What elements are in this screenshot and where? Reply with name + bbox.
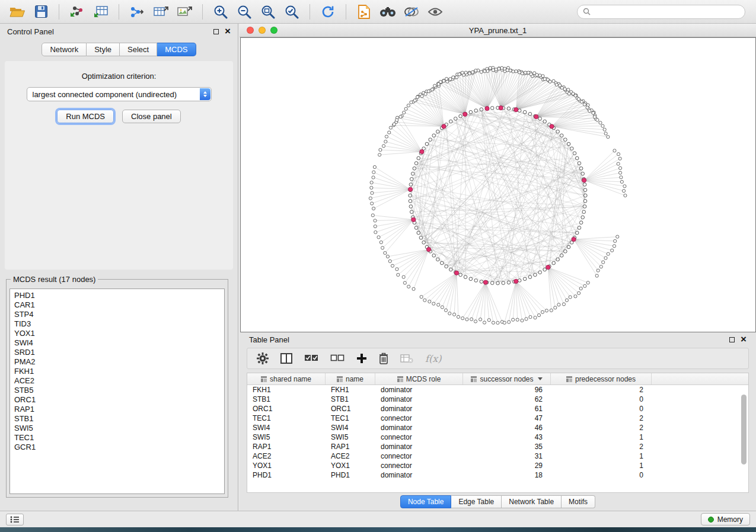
search-input[interactable] — [594, 8, 739, 16]
mcds-result-item[interactable]: SWI4 — [14, 338, 220, 348]
scrollbar-thumb[interactable] — [741, 395, 747, 464]
close-panel-icon[interactable]: × — [225, 28, 231, 35]
network-graph[interactable] — [241, 38, 755, 332]
close-panel-button[interactable]: Close panel — [122, 110, 181, 123]
column-header-name[interactable]: name — [326, 373, 375, 384]
table-scrollbar[interactable] — [741, 386, 747, 491]
criterion-dropdown-value: largest connected component (undirected) — [33, 90, 177, 99]
network-window-titlebar[interactable]: YPA_prune.txt_1 — [240, 24, 756, 37]
zoom-selected-button[interactable] — [280, 3, 303, 21]
table-row[interactable]: STB1STB1dominator620 — [247, 395, 748, 404]
table-row[interactable]: YOX1YOX1connector291 — [247, 461, 748, 470]
table-cell: 1 — [551, 433, 652, 441]
open-file-button[interactable] — [6, 3, 28, 21]
run-mcds-button[interactable]: Run MCDS — [57, 110, 114, 123]
mcds-result-item[interactable]: RAP1 — [14, 405, 220, 414]
table-cell: 18 — [463, 471, 551, 479]
criterion-dropdown[interactable]: largest connected component (undirected) — [27, 87, 212, 101]
tab-select[interactable]: Select — [120, 43, 157, 56]
open-file-icon — [9, 6, 25, 18]
zoom-fit-button[interactable] — [257, 3, 279, 21]
clear-selection-button[interactable] — [330, 354, 344, 363]
search-field[interactable] — [577, 5, 745, 19]
refresh-view-button[interactable] — [317, 3, 339, 21]
table-row[interactable]: FKH1FKH1dominator962 — [247, 385, 748, 395]
select-all-icon — [304, 354, 318, 363]
table-cell: 2 — [551, 443, 652, 451]
mcds-result-item[interactable]: PHD1 — [14, 291, 220, 300]
panel-selector-button[interactable] — [6, 514, 24, 525]
close-table-panel-icon[interactable]: × — [741, 336, 747, 343]
table-cell: RAP1 — [326, 443, 375, 451]
search-network-button[interactable] — [377, 3, 399, 21]
mcds-result-item[interactable]: ACE2 — [14, 376, 220, 386]
tab-node-table[interactable]: Node Table — [400, 495, 452, 508]
table-row[interactable]: TEC1TEC1connector472 — [247, 414, 748, 423]
select-all-button[interactable] — [304, 354, 318, 363]
mcds-result-item[interactable]: CAR1 — [14, 300, 220, 310]
export-table-button[interactable] — [149, 3, 172, 21]
table-cell: SWI5 — [247, 433, 326, 441]
network-canvas[interactable] — [240, 37, 756, 332]
function-builder-button[interactable]: f(x) — [425, 353, 441, 364]
table-row[interactable]: SWI5SWI5connector431 — [247, 432, 748, 442]
zoom-in-button[interactable] — [209, 3, 232, 21]
column-header-shared-name[interactable]: shared name — [247, 373, 326, 384]
mcds-result-item[interactable]: SRD1 — [14, 348, 220, 357]
delete-row-button[interactable] — [379, 352, 388, 364]
window-close-icon[interactable] — [247, 27, 254, 34]
tab-style[interactable]: Style — [87, 43, 120, 56]
tab-mcds[interactable]: MCDS — [157, 43, 196, 56]
float-table-panel-icon[interactable] — [729, 337, 735, 342]
column-header-MCDS-role[interactable]: MCDS role — [375, 373, 463, 384]
filter-network-button[interactable] — [400, 3, 423, 21]
column-header-successor-nodes[interactable]: successor nodes — [463, 373, 551, 384]
mcds-result-list[interactable]: PHD1CAR1STP4TID3YOX1SWI4SRD1PMA2FKH1ACE2… — [9, 289, 225, 494]
table-cell: dominator — [375, 424, 463, 432]
export-network-button[interactable] — [126, 3, 148, 21]
control-panel-title: Control Panel — [7, 27, 54, 36]
column-header-predecessor-nodes[interactable]: predecessor nodes — [551, 373, 652, 384]
delete-table-button[interactable] — [400, 354, 413, 363]
control-panel: Control Panel × NetworkStyleSelectMCDS O… — [0, 24, 238, 511]
tab-network-table[interactable]: Network Table — [502, 495, 562, 508]
mcds-result-item[interactable]: TID3 — [14, 319, 220, 329]
save-session-button[interactable] — [30, 3, 52, 21]
table-cell: SWI4 — [247, 424, 326, 432]
mcds-result-item[interactable]: ORC1 — [14, 395, 220, 405]
mcds-result-item[interactable]: STP4 — [14, 310, 220, 319]
mcds-result-item[interactable]: SWI5 — [14, 424, 220, 433]
import-network-button[interactable] — [66, 3, 88, 21]
zoom-out-button[interactable] — [233, 3, 256, 21]
tab-edge-table[interactable]: Edge Table — [451, 495, 502, 508]
table-row[interactable]: RAP1RAP1dominator352 — [247, 442, 748, 451]
show-column-button[interactable] — [280, 353, 292, 364]
table-row[interactable]: ORC1ORC1dominator610 — [247, 404, 748, 414]
table-cell: FKH1 — [326, 386, 375, 394]
memory-button[interactable]: Memory — [701, 513, 750, 525]
window-maximize-icon[interactable] — [270, 27, 277, 34]
table-row[interactable]: SWI4SWI4dominator462 — [247, 423, 748, 432]
toolbar-separator — [202, 4, 203, 20]
mcds-result-item[interactable]: PMA2 — [14, 357, 220, 367]
table-cell: connector — [375, 414, 463, 422]
export-image-button[interactable] — [173, 3, 196, 21]
tab-motifs[interactable]: Motifs — [562, 495, 595, 508]
show-hide-button[interactable] — [424, 3, 446, 21]
mcds-result-item[interactable]: GCR1 — [14, 443, 220, 452]
network-document-button[interactable] — [353, 3, 375, 21]
column-grid-icon — [566, 376, 572, 382]
mcds-result-item[interactable]: STB1 — [14, 414, 220, 424]
window-minimize-icon[interactable] — [259, 27, 266, 34]
float-window-icon[interactable] — [213, 29, 219, 34]
table-row[interactable]: PHD1PHD1dominator180 — [247, 470, 748, 480]
table-row[interactable]: ACE2ACE2connector311 — [247, 451, 748, 461]
mcds-result-item[interactable]: YOX1 — [14, 329, 220, 338]
mcds-result-item[interactable]: FKH1 — [14, 367, 220, 376]
mcds-result-item[interactable]: STB5 — [14, 386, 220, 395]
import-table-button[interactable] — [90, 3, 112, 21]
add-row-button[interactable] — [356, 353, 367, 364]
mcds-result-item[interactable]: TEC1 — [14, 433, 220, 443]
tab-network[interactable]: Network — [42, 43, 87, 56]
settings-gear-button[interactable] — [257, 352, 269, 364]
